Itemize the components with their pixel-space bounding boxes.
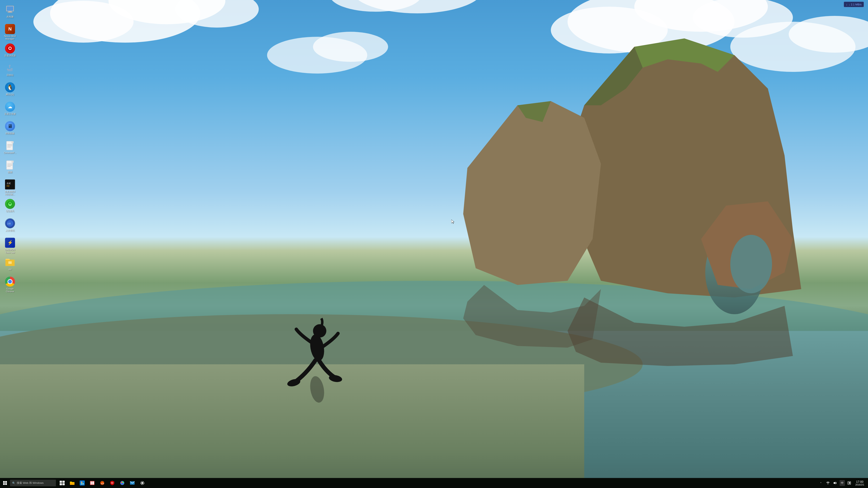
svg-text:生机: 生机 [6,182,11,184]
baidu-browser-label: 百度浏览器 [4,54,16,57]
baidu-cloud-icon: ☁ [5,102,15,112]
svg-point-86 [828,484,828,484]
task-view-button[interactable] [58,479,67,488]
chevron-icon: ^ [820,482,822,484]
volume-tray-icon[interactable] [832,479,838,488]
desktop-icon-old-folder[interactable]: old [2,256,18,274]
store-button[interactable]: 🏪 [78,479,87,488]
svg-point-81 [122,483,123,484]
generate-file-label: GenerateF... [4,151,17,154]
svg-text:🦊: 🦊 [101,481,104,485]
desktop-icon-control[interactable]: 🖥 控制面板 [2,120,18,138]
desktop-icon-video[interactable]: 生机 HD 生机创机0 HD主制... [2,179,18,196]
svg-point-60 [9,202,11,204]
svg-point-79 [121,482,122,483]
svg-rect-67 [60,483,62,485]
taskbar-tray: ^ 中 [816,479,868,488]
ancient-world-label: 上古世纪 [5,229,14,232]
video-creator-label: 生机创机0 HD主制... [5,190,15,196]
control-panel-icon: 🖥 [5,121,15,131]
desktop-icon-qqbrowser[interactable]: QQ速风 [2,198,18,216]
clock-area[interactable]: 17:00 2016/2/1 [853,479,866,488]
recycle-icon [5,63,15,73]
svg-text:M: M [111,482,113,484]
taskbar-center: 🏪 🦊 [56,479,149,488]
desktop-icons-container: 此电脑 N Nexus Mod Manager [0,2,20,478]
search-bar[interactable]: 🔍 搜索 Web 和 Windows [10,480,56,486]
taskbar: 🔍 搜索 Web 和 Windows [0,478,868,488]
predict-file-icon [5,160,15,170]
mail-button[interactable] [128,479,137,488]
svg-text:💬: 💬 [848,482,850,484]
ancient-world-icon: 上古 [5,218,15,228]
nexus-icon: N [5,24,15,34]
daemon-tools-icon: ⚡ [5,238,15,248]
svg-point-7 [33,1,133,42]
svg-point-19 [313,32,388,62]
network-tray-icon[interactable] [825,479,831,488]
desktop-icon-ancient[interactable]: 上古 上古世纪 [2,218,18,235]
svg-text:HD: HD [6,185,9,187]
qqbrowser-icon [5,199,15,209]
ime-indicator: 中 [840,480,845,486]
reader-button[interactable] [88,479,97,488]
search-placeholder: 搜索 Web 和 Windows [17,481,43,485]
recycle-label: 回收站 [7,74,13,77]
pc-icon [5,5,15,15]
svg-rect-52 [11,161,13,163]
network-speed-indicator[interactable]: ↓ ↓ 2.1 MB/s [844,2,864,7]
desktop-icon-baidu-cloud[interactable]: ☁ 百度云管家 [2,101,18,119]
svg-rect-68 [62,483,65,485]
desktop: ↓ ↓ 2.1 MB/s 此电脑 N Nexus Mo [0,0,868,488]
paint-button[interactable] [118,479,127,488]
ime-tray[interactable]: 中 [839,479,845,488]
desktop-icon-qq[interactable]: 🐧 腾讯QQ [2,82,18,99]
predict-file-label: 预测 [8,171,12,174]
desktop-icon-nexus[interactable]: N Nexus Mod Manager [2,23,18,41]
desktop-icon-daemon[interactable]: ⚡ DAEMON Tools Lite [2,237,18,255]
pc-label: 此电脑 [7,16,13,18]
desktop-icon-recycle[interactable]: 回收站 [2,62,18,80]
baidu-cloud-label: 百度云管家 [4,113,16,115]
control-panel-label: 控制面板 [5,132,14,135]
notification-tray-icon[interactable]: 💬 [846,479,852,488]
wallpaper [0,0,868,478]
svg-text:上古: 上古 [7,223,11,225]
svg-rect-65 [60,481,62,483]
svg-text:🏪: 🏪 [81,481,84,485]
svg-rect-43 [7,69,12,71]
svg-rect-72 [90,481,92,484]
net-speed-icon: ↓ [846,3,847,6]
qqbrowser-label: QQ速风 [6,210,14,212]
desktop-icon-baidu-browser[interactable]: 百度浏览器 [2,42,18,60]
start-button[interactable] [0,478,10,488]
app5-button[interactable]: 🦊 [98,479,107,488]
svg-marker-87 [834,482,835,484]
svg-rect-56 [5,180,14,189]
date-display: 2016/2/1 [855,483,864,486]
svg-point-25 [730,235,772,293]
desktop-icon-pc[interactable]: 此电脑 [2,4,18,22]
chrome-icon [5,277,15,287]
desktop-icon-generate[interactable]: GenerateF... [2,140,18,157]
nexus-label: Nexus Mod Manager [4,35,16,40]
mcafee-button[interactable]: M [108,479,117,488]
desktop-icon-predict[interactable]: 预测 [2,159,18,177]
svg-rect-64 [8,261,12,264]
svg-rect-46 [11,141,13,143]
video-creator-icon: 生机 HD [5,179,15,190]
svg-point-80 [122,482,124,483]
net-speed-value: ↓ 2.1 MB/s [849,3,862,6]
time-display: 17:00 [856,480,863,483]
desktop-icon-chrome[interactable]: Google Chrome [2,276,18,293]
generate-file-icon [5,141,15,151]
settings-button[interactable] [138,479,147,488]
svg-rect-39 [7,12,12,13]
svg-rect-37 [7,6,13,11]
tray-chevron[interactable]: ^ [818,479,824,488]
svg-rect-38 [8,11,12,12]
search-icon: 🔍 [12,482,16,485]
file-explorer-button[interactable] [68,479,77,488]
baidu-browser-icon [5,44,15,54]
old-folder-label: old [8,268,12,271]
